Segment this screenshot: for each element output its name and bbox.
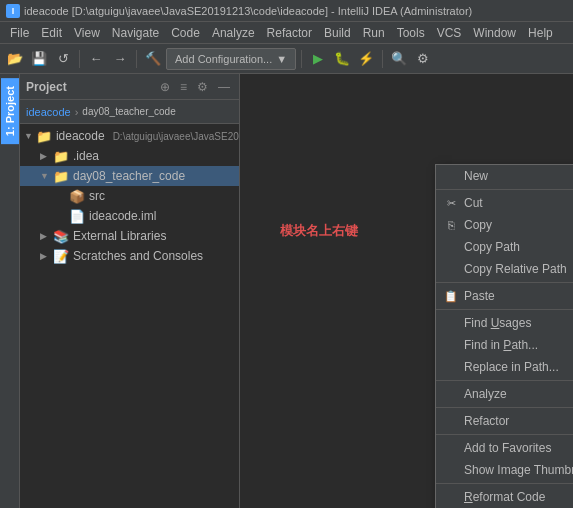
menu-file[interactable]: File [4,24,35,42]
cm-item-refactor-left: Refactor [444,414,509,428]
menu-navigate[interactable]: Navigate [106,24,165,42]
tree-label-extlib: External Libraries [73,229,166,243]
cm-item-find-path-label: Find in Path... [464,338,538,352]
tree-item-extlib[interactable]: ▶ 📚 External Libraries [20,226,239,246]
menu-analyze[interactable]: Analyze [206,24,261,42]
cm-sep-1 [436,189,573,190]
menu-window[interactable]: Window [467,24,522,42]
tree-item-scratches[interactable]: ▶ 📝 Scratches and Consoles [20,246,239,266]
cm-item-analyze[interactable]: Analyze ▶ [436,383,573,405]
find-usages-icon [444,316,458,330]
project-tab-label[interactable]: 1: Project [1,78,19,144]
tree-item-src[interactable]: 📦 src [20,186,239,206]
toolbar-forward-btn[interactable]: → [109,48,131,70]
menu-vcs[interactable]: VCS [431,24,468,42]
find-path-icon [444,338,458,352]
cm-item-replace-path-label: Replace in Path... [464,360,559,374]
toolbar-sep-4 [382,50,383,68]
cm-item-analyze-left: Analyze [444,387,507,401]
cm-item-find-usages[interactable]: Find Usages Alt+F7 [436,312,573,334]
panel-minimize-icon[interactable]: — [215,79,233,95]
menu-code[interactable]: Code [165,24,206,42]
src-icon: 📦 [69,189,85,204]
cm-item-cut[interactable]: ✂ Cut Ctrl+X [436,192,573,214]
tree-arrow-extlib: ▶ [40,231,50,241]
cm-item-thumbnails-label: Show Image Thumbnails [464,463,573,477]
sidebar-tab[interactable]: 1: Project [0,74,20,508]
toolbar-refresh-btn[interactable]: ↺ [52,48,74,70]
breadcrumb-bar: ideacode › day08_teacher_code [20,100,239,124]
cm-item-copy-path[interactable]: Copy Path Ctrl+Shift+C [436,236,573,258]
replace-path-icon [444,360,458,374]
favorites-icon [444,441,458,455]
menu-edit[interactable]: Edit [35,24,68,42]
toolbar-build-btn[interactable]: 🔨 [142,48,164,70]
cm-item-reformat[interactable]: Reformat Code Ctrl+Alt+L [436,486,573,508]
menu-tools[interactable]: Tools [391,24,431,42]
panel-add-icon[interactable]: ⊕ [157,79,173,95]
tree-item-idea[interactable]: ▶ 📁 .idea [20,146,239,166]
cm-item-replace-path[interactable]: Replace in Path... Ctrl+Shift+R [436,356,573,378]
cm-item-new-left: New [444,169,488,183]
cm-item-reformat-left: Reformat Code [444,490,545,504]
cm-item-find-path[interactable]: Find in Path... Ctrl+Shift+F [436,334,573,356]
add-configuration-button[interactable]: Add Configuration... ▼ [166,48,296,70]
scratch-icon: 📝 [53,249,69,264]
tree-item-day08[interactable]: ▼ 📁 day08_teacher_code [20,166,239,186]
menu-view[interactable]: View [68,24,106,42]
tree-arrow-scratches: ▶ [40,251,50,261]
copy-icon: ⎘ [444,218,458,232]
cm-item-copy[interactable]: ⎘ Copy Ctrl+C [436,214,573,236]
tree-arrow-day08: ▼ [40,171,50,181]
project-panel: Project ⊕ ≡ ⚙ — ideacode › day08_teacher… [20,74,240,508]
breadcrumb-path: day08_teacher_code [82,106,175,117]
cm-item-favorites-left: Add to Favorites [444,441,551,455]
tree-label-src: src [89,189,105,203]
menu-help[interactable]: Help [522,24,559,42]
toolbar-sep-3 [301,50,302,68]
panel-menu-icon[interactable]: ≡ [177,79,190,95]
toolbar-search-btn[interactable]: 🔍 [388,48,410,70]
cm-item-favorites[interactable]: Add to Favorites [436,437,573,459]
cm-item-favorites-label: Add to Favorites [464,441,551,455]
folder-icon-idea: 📁 [53,149,69,164]
cm-sep-7 [436,483,573,484]
refactor-icon [444,414,458,428]
editor-area: 模块名上右键 New ▶ ✂ Cut Ctrl+X [240,74,573,508]
tree-item-ideacode[interactable]: ▼ 📁 ideacode D:\atguigu\javaee\JavaSE201… [20,126,239,146]
tree-item-iml[interactable]: 📄 ideacode.iml [20,206,239,226]
add-config-arrow: ▼ [276,53,287,65]
breadcrumb-sep: › [75,106,79,118]
toolbar-run-btn[interactable]: ▶ [307,48,329,70]
menu-run[interactable]: Run [357,24,391,42]
tree-path-ideacode: D:\atguigu\javaee\JavaSE20191213\code\id… [113,131,239,142]
cm-sep-4 [436,380,573,381]
toolbar-run2-btn[interactable]: ⚡ [355,48,377,70]
cm-item-find-usages-label: Find Usages [464,316,531,330]
lib-icon: 📚 [53,229,69,244]
cm-item-replace-path-left: Replace in Path... [444,360,559,374]
cm-item-copy-rel-path[interactable]: Copy Relative Path Ctrl+Alt+Shift+C [436,258,573,280]
tree-label-iml: ideacode.iml [89,209,156,223]
toolbar-back-btn[interactable]: ← [85,48,107,70]
toolbar-save-btn[interactable]: 💾 [28,48,50,70]
menu-refactor[interactable]: Refactor [261,24,318,42]
cm-item-analyze-label: Analyze [464,387,507,401]
cm-item-thumbnails-left: Show Image Thumbnails [444,463,573,477]
reformat-icon [444,490,458,504]
app-icon: I [6,4,20,18]
toolbar-open-btn[interactable]: 📂 [4,48,26,70]
cm-item-paste[interactable]: 📋 Paste Ctrl+V [436,285,573,307]
cm-item-thumbnails[interactable]: Show Image Thumbnails Ctrl+Shift+T [436,459,573,481]
panel-settings-icon[interactable]: ⚙ [194,79,211,95]
toolbar-debug-btn[interactable]: 🐛 [331,48,353,70]
thumbnails-icon [444,463,458,477]
title-bar: I ideacode [D:\atguigu\javaee\JavaSE2019… [0,0,573,22]
cm-sep-5 [436,407,573,408]
toolbar-settings-btn[interactable]: ⚙ [412,48,434,70]
panel-title: Project [26,80,67,94]
menu-build[interactable]: Build [318,24,357,42]
cm-item-new[interactable]: New ▶ [436,165,573,187]
cm-item-refactor[interactable]: Refactor ▶ [436,410,573,432]
file-icon-iml: 📄 [69,209,85,224]
